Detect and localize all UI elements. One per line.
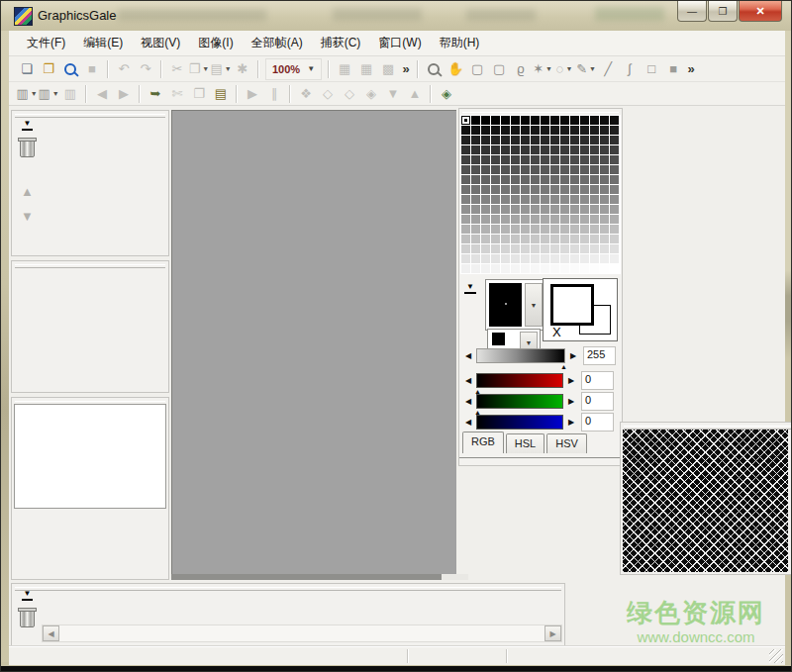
- palette-cell[interactable]: [501, 264, 510, 273]
- palette-cell[interactable]: [501, 225, 510, 234]
- dropdown-caret-icon[interactable]: ▼: [31, 90, 38, 97]
- palette-cell[interactable]: [541, 225, 549, 234]
- palette-cell[interactable]: [580, 175, 589, 184]
- palette-cell[interactable]: [481, 145, 490, 154]
- alpha-slider-marker[interactable]: ▲: [560, 363, 567, 370]
- half-grid-button[interactable]: ▦: [355, 58, 377, 79]
- palette-cell[interactable]: [531, 225, 540, 234]
- palette-cell[interactable]: [541, 215, 549, 224]
- palette-cell[interactable]: [531, 175, 540, 184]
- palette-cell[interactable]: [511, 254, 520, 263]
- palette-cell[interactable]: [590, 244, 599, 253]
- palette-cell[interactable]: [531, 244, 540, 253]
- palette-cell[interactable]: [491, 126, 500, 135]
- palette-cell[interactable]: [461, 175, 470, 184]
- palette-cell[interactable]: [560, 116, 569, 125]
- palette-cell[interactable]: [570, 225, 579, 234]
- palette-cell[interactable]: [531, 215, 540, 224]
- palette-cell[interactable]: [541, 145, 549, 154]
- palette-cell[interactable]: [521, 155, 530, 164]
- palette-cell[interactable]: [590, 175, 599, 184]
- paste-frames-button[interactable]: ▤: [210, 83, 232, 104]
- palette-cell[interactable]: [491, 165, 500, 174]
- palette-cell[interactable]: [481, 116, 490, 125]
- palette-cell[interactable]: [580, 116, 589, 125]
- palette-cell[interactable]: [560, 165, 569, 174]
- palette-cell[interactable]: [531, 264, 540, 273]
- palette-cell[interactable]: [511, 185, 520, 194]
- palette-cell[interactable]: [580, 185, 589, 194]
- dropdown-caret-icon[interactable]: ▼: [565, 65, 572, 72]
- palette-cell[interactable]: [610, 165, 619, 174]
- palette-cell[interactable]: [570, 254, 579, 263]
- dropdown-caret-icon[interactable]: ▼: [589, 65, 596, 72]
- palette-cell[interactable]: [590, 254, 599, 263]
- palette-cell[interactable]: [481, 225, 490, 234]
- palette-cell[interactable]: [550, 185, 559, 194]
- palette-cell[interactable]: [550, 126, 559, 135]
- palette-cell[interactable]: [521, 244, 530, 253]
- rect-tool-button[interactable]: □: [641, 58, 662, 79]
- alpha-increase-arrow[interactable]: ▶: [568, 351, 578, 360]
- palette-cell[interactable]: [550, 235, 559, 243]
- palette-cell[interactable]: [461, 235, 470, 243]
- palette-cell[interactable]: [481, 185, 490, 194]
- dropdown-caret-icon[interactable]: ▼: [52, 90, 59, 97]
- palette-cell[interactable]: [481, 195, 490, 204]
- palette-cell[interactable]: [541, 175, 549, 184]
- palette-cell[interactable]: [560, 175, 569, 184]
- palette-cell[interactable]: [481, 136, 490, 144]
- palette-cell[interactable]: [580, 126, 589, 135]
- palette-cell[interactable]: [600, 185, 609, 194]
- palette-cell[interactable]: [600, 165, 609, 174]
- import-layer-button[interactable]: ◈: [436, 83, 457, 104]
- blue-slider-increase-arrow[interactable]: ▶: [566, 418, 576, 427]
- palette-cell[interactable]: [570, 155, 579, 164]
- menu-help[interactable]: 帮助(H): [431, 31, 489, 55]
- palette-cell[interactable]: [501, 155, 510, 164]
- palette-cell[interactable]: [461, 215, 470, 224]
- palette-cell[interactable]: [600, 254, 609, 263]
- palette-cell[interactable]: [501, 215, 510, 224]
- palette-cell[interactable]: [550, 225, 559, 234]
- palette-cell[interactable]: [471, 254, 480, 263]
- palette-cell[interactable]: [501, 235, 510, 243]
- red-slider-value-field[interactable]: 0: [581, 371, 614, 390]
- delete-layer-button[interactable]: ◇: [339, 83, 360, 104]
- palette-cell[interactable]: [471, 235, 480, 243]
- palette-cell[interactable]: [560, 195, 569, 204]
- palette-cell[interactable]: [570, 165, 579, 174]
- palette-cell[interactable]: [471, 244, 480, 253]
- palette-cell[interactable]: [541, 264, 549, 273]
- palette-cell[interactable]: [461, 145, 470, 154]
- palette-cell[interactable]: [610, 205, 619, 214]
- palette-cell[interactable]: [590, 126, 599, 135]
- import-button[interactable]: ➥: [145, 83, 166, 104]
- palette-cell[interactable]: [550, 254, 559, 263]
- palette-cell[interactable]: [461, 195, 470, 204]
- palette-cell[interactable]: [550, 215, 559, 224]
- palette-cell[interactable]: [600, 195, 609, 204]
- palette-cell[interactable]: [580, 205, 589, 214]
- palette-cell[interactable]: [550, 165, 559, 174]
- palette-cell[interactable]: [511, 165, 520, 174]
- palette-cell[interactable]: [610, 155, 619, 164]
- palette-cell[interactable]: [541, 155, 549, 164]
- palette-cell[interactable]: [600, 225, 609, 234]
- palette-cell[interactable]: [521, 185, 530, 194]
- palette-cell[interactable]: [590, 145, 599, 154]
- palette-cell[interactable]: [590, 205, 599, 214]
- palette-cell[interactable]: [521, 145, 530, 154]
- palette-cell[interactable]: [590, 195, 599, 204]
- palette-cell[interactable]: [521, 175, 530, 184]
- palette-cell[interactable]: [511, 244, 520, 253]
- palette-cell[interactable]: [531, 195, 540, 204]
- palette-cell[interactable]: [521, 195, 530, 204]
- palette-cell[interactable]: [570, 244, 579, 253]
- red-slider-decrease-arrow[interactable]: ◀: [463, 376, 473, 385]
- menu-image[interactable]: 图像(I): [189, 31, 242, 55]
- palette-cell[interactable]: [471, 185, 480, 194]
- pen-tool-button[interactable]: ✎▼: [575, 58, 597, 79]
- grid-button[interactable]: ▦: [334, 58, 355, 79]
- palette-cell[interactable]: [541, 126, 549, 135]
